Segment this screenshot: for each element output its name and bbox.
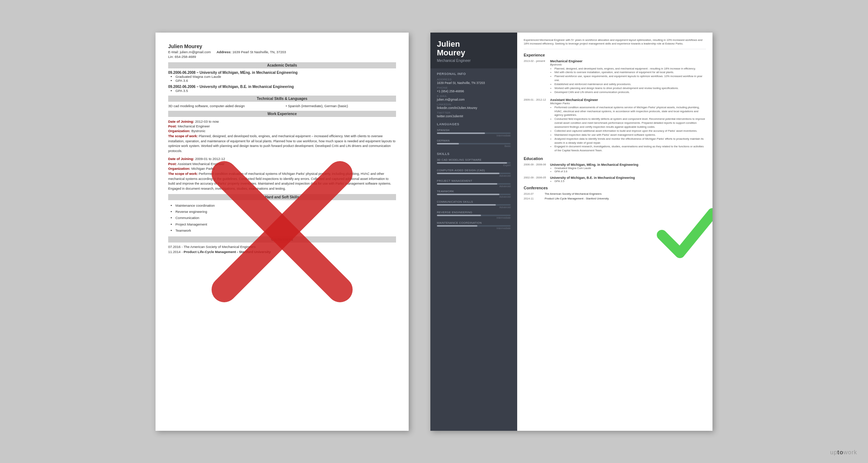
sidebar-job-title: Mechanical Engineer: [437, 59, 511, 63]
work-header: Work Experience: [168, 111, 396, 117]
conf-right-2: 2014-11 Product Life-Cycle Management - …: [524, 197, 706, 200]
academic-header: Academic Details: [168, 62, 396, 68]
conf-item-1: 07.2016 - The American Society of Mechan…: [168, 245, 396, 249]
sidebar-twitter: Twitter twitter.com/JulienM: [430, 110, 517, 119]
phone-value: 654-258-4689: [175, 55, 196, 59]
sidebar-phone: Phone +1 (654) 258-46896: [430, 85, 517, 94]
left-email-line: E-Mail: julien.m@gmail.com Address: 1639…: [168, 50, 396, 54]
edu-item-2: 09.2002-06.2006 – University of Michigan…: [168, 85, 396, 93]
left-resume: Julien Mourey E-Mail: julien.m@gmail.com…: [156, 33, 409, 431]
conf-header: Conferences: [168, 236, 396, 243]
sidebar-first-name: Julien: [437, 40, 511, 49]
phone-label: Lin:: [168, 55, 174, 59]
experience-title: Experience: [524, 53, 706, 57]
exp-item-1: 2013-02 - present Mechanical Engineer By…: [524, 59, 706, 94]
skills-section-title: Skills: [430, 148, 517, 157]
work-item-2: Date of Joining: 2009-01 to 2012-12 Post…: [168, 156, 396, 191]
resume-sidebar: Julien Mourey Mechanical Engineer Person…: [430, 33, 517, 431]
technical-header: Technical Skills & Languages: [168, 96, 396, 102]
skill-maintenance: MAINTENANCE COORDINATION Intermediate: [430, 220, 517, 231]
german-bar-fill: [437, 143, 459, 144]
exp-item-2: 2009-01 - 2012-12 Assistant Mechanical E…: [524, 98, 706, 153]
watermark: uptowork: [830, 449, 857, 456]
email-value: julien.m@gmail.com: [180, 50, 211, 54]
skill-pm: PROJECT MANAGEMENT Advanced: [430, 178, 517, 189]
edu-item-1: 09.2006-06.2008 – University of Michigan…: [168, 71, 396, 83]
spanish-bar-fill: [437, 132, 485, 134]
sidebar-header: Julien Mourey Mechanical Engineer: [430, 33, 517, 68]
sidebar-last-name: Mourey: [437, 49, 511, 57]
email-label: E-Mail:: [168, 50, 179, 54]
hard-soft-header: Hard and Soft Skills: [168, 194, 396, 200]
skill-teamwork: TEAMWORK Advanced: [430, 189, 517, 199]
summary: Experienced Mechanical Engineer with 5+ …: [524, 38, 706, 49]
address-label: Address:: [217, 50, 231, 54]
conferences-title: Conferences: [524, 186, 706, 190]
soft-skills-list: Maintenance coordination Reverse enginee…: [168, 202, 396, 233]
left-name: Julien Mourey: [168, 43, 396, 49]
skill-re: REVERSE ENGINEERING Intermediate: [430, 210, 517, 220]
languages-section-title: Languages: [430, 119, 517, 127]
right-resume: Julien Mourey Mechanical Engineer Person…: [430, 33, 712, 431]
lang-spanish: SPANISH Intermediate: [430, 127, 517, 138]
edu-right-1: 2006-09 - 2008-06 University of Michigan…: [524, 163, 706, 173]
conf-right-1: 2016-07 The American Society of Mechanic…: [524, 192, 706, 195]
sidebar-address: Address 1639 Pearl St, Nashville, TN 372…: [430, 77, 517, 85]
skill-cad-modeling: 3D CAD MODELING SOFTWARE Expert: [430, 157, 517, 168]
work-item-1: Date of Joining: 2012-03 to now Post: Me…: [168, 119, 396, 154]
main-content: Experienced Mechanical Engineer with 5+ …: [517, 33, 712, 431]
sidebar-email: E-mail julien.m@gmail.com: [430, 94, 517, 102]
sidebar-linkedin: LinkedIn linkedin.com/in/Julien.Mourey: [430, 102, 517, 110]
edu-right-2: 2002-09 - 2006-05 University of Michigan…: [524, 176, 706, 183]
conf-item-2: 11.2014 - Product Life-Cycle Management …: [168, 250, 396, 254]
education-title: Education: [524, 156, 706, 161]
lang-german: GERMAN Basic: [430, 138, 517, 148]
skill-comm: COMMUNICATION SKILLS Advanced: [430, 199, 517, 210]
left-name-section: Julien Mourey E-Mail: julien.m@gmail.com…: [168, 43, 396, 59]
address-value: 1639 Pearl St Nashville, TN, 37203: [233, 50, 286, 54]
left-phone-line: Lin: 654-258-4689: [168, 55, 396, 59]
skill-cad: COMPUTER-AIDED DESIGN (CAD) Advanced: [430, 168, 517, 178]
skills-grid: 3D cad modeling software, computer-aided…: [168, 104, 396, 108]
personal-section-title: Personal Info: [430, 68, 517, 77]
